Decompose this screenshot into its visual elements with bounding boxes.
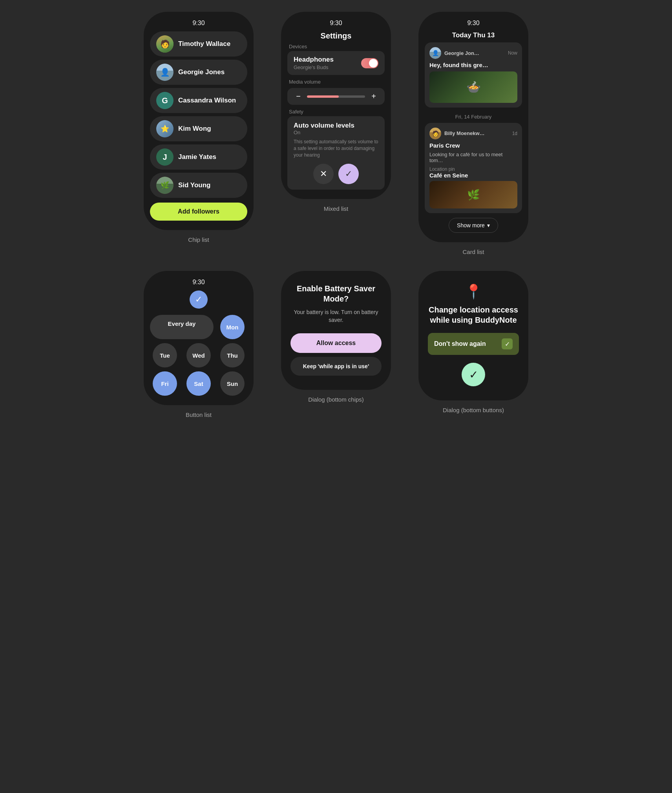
chip-item-sid[interactable]: 🌿 Sid Young [150,173,247,198]
card-time-georgie: Now [508,50,517,56]
card-sender-billy: Billy Moenekw… [444,130,509,136]
chip-list-label: Chip list [188,236,209,243]
chip-name-georgie: Georgie Jones [178,68,225,76]
dont-show-checkbox[interactable]: ✓ [502,338,513,349]
card-text-georgie: Hey, found this gre… [429,61,517,69]
volume-slider[interactable] [307,95,365,98]
chip-item-timothy[interactable]: 🧑 Timothy Wallace [150,31,247,57]
confirm-button[interactable]: ✓ [462,363,485,386]
dialog-chips-cell: Enable Battery Saver Mode? Your battery … [273,271,399,418]
day-button-tue[interactable]: Tue [153,343,177,367]
dialog-buttons-cell: 📍 Change location access while using Bud… [411,271,536,418]
card-avatar-georgie: 👤 [429,47,441,59]
card-time-billy: 1d [512,131,517,136]
devices-label: Devices [287,44,307,49]
show-more-button[interactable]: Show more ▾ [449,218,498,233]
chip-list-time: 9:30 [192,20,205,27]
card-image-cafe: 🌿 [429,181,517,208]
card-list-cell: 9:30 Today Thu 13 👤 Georgie Jon… Now Hey… [411,12,536,255]
day-button-wed[interactable]: Wed [186,343,211,367]
card-text-billy: Looking for a café for us to meet tom… [429,152,517,163]
day-button-sat[interactable]: Sat [186,371,211,396]
avatar-georgie: 👤 [156,64,173,81]
volume-row: − + [287,88,385,105]
day-button-mon[interactable]: Mon [220,315,245,339]
dont-show-label: Don't show again [434,340,486,347]
card-item-billy[interactable]: 🧑 Billy Moenekw… 1d Paris Crew Looking f… [425,123,522,214]
volume-section: Media volume − + [287,79,385,105]
avatar-jamie: J [156,148,173,166]
mixed-list-time: 9:30 [330,20,342,27]
chip-item-cassandra[interactable]: G Cassandra Wilson [150,88,247,113]
chip-name-kim: Kim Wong [178,125,211,133]
chip-name-cassandra: Cassandra Wilson [178,97,236,104]
avatar-timothy: 🧑 [156,35,173,53]
confirm-check-icon: ✓ [469,368,478,381]
safety-label: Safety [287,109,303,115]
day-button-sun[interactable]: Sun [220,371,245,396]
location-pin-icon: 📍 [465,283,482,300]
allow-access-button[interactable]: Allow access [290,333,382,353]
day-button-fri[interactable]: Fri [153,371,177,396]
safety-block: Auto volume levels On This setting autom… [287,116,385,190]
location-pin-label: Location pin [429,166,517,172]
button-list-cell: 9:30 ✓ Every day Mon Tue Wed Thu Fri Sat… [136,271,261,418]
location-name: Café en Seine [429,172,517,179]
chip-item-jamie[interactable]: J Jamie Yates [150,144,247,170]
chip-item-kim[interactable]: ⭐ Kim Wong [150,116,247,141]
dialog-buttons-watch: 📍 Change location access while using Bud… [418,271,528,400]
safety-cancel-button[interactable]: ✕ [313,164,334,184]
date-divider: Fri, 14 February [455,114,491,120]
day-button-thu[interactable]: Thu [220,343,245,367]
dialog-buttons-label: Dialog (bottom buttons) [443,407,504,413]
dialog-chips-title: Enable Battery Saver Mode? [290,283,382,304]
volume-label: Media volume [287,79,385,85]
card-image-food: 🍲 [429,71,517,103]
dont-show-row[interactable]: Don't show again ✓ [428,333,519,355]
chip-item-georgie[interactable]: 👤 Georgie Jones [150,60,247,85]
chip-name-timothy: Timothy Wallace [178,40,230,48]
safety-actions: ✕ ✓ [294,164,378,184]
card-title-billy: Paris Crew [429,142,517,150]
avatar-sid: 🌿 [156,177,173,194]
safety-name: Auto volume levels [294,122,354,130]
button-list-watch: 9:30 ✓ Every day Mon Tue Wed Thu Fri Sat… [144,271,254,405]
dialog-chips-desc: Your battery is low. Turn on battery sav… [290,309,382,324]
button-list-time: 9:30 [192,279,205,286]
volume-minus-button[interactable]: − [294,92,303,101]
card-list-label: Card list [462,248,484,255]
settings-title: Settings [321,31,352,40]
avatar-cassandra: G [156,92,173,109]
mixed-list-watch: 9:30 Settings Devices Headphones Georgie… [281,12,391,199]
chip-list-cell: 9:30 🧑 Timothy Wallace 👤 Georgie Jones G [136,12,261,255]
chip-list-watch: 9:30 🧑 Timothy Wallace 👤 Georgie Jones G [144,12,254,230]
volume-plus-button[interactable]: + [369,92,378,101]
day-grid: Every day Mon Tue Wed Thu Fri Sat Sun [150,315,247,396]
show-more-label: Show more [457,222,485,228]
headphones-row[interactable]: Headphones Georgie's Buds [287,51,385,75]
avatar-kim: ⭐ [156,120,173,137]
chip-list-container: 🧑 Timothy Wallace 👤 Georgie Jones G Cass… [150,31,247,221]
dialog-buttons-title: Change location access while using Buddy… [428,305,519,325]
chevron-down-icon: ▾ [487,222,490,228]
card-list-date-today: Today Thu 13 [452,31,495,39]
every-day-button[interactable]: Every day [150,315,214,339]
safety-desc: This setting automatically sets volume t… [294,139,378,158]
mixed-list-cell: 9:30 Settings Devices Headphones Georgie… [273,12,399,255]
chip-name-sid: Sid Young [178,181,210,189]
card-item-header-georgie: 👤 Georgie Jon… Now [429,47,517,59]
card-item-header-billy: 🧑 Billy Moenekw… 1d [429,128,517,139]
keep-app-in-use-button[interactable]: Keep 'while app is in use' [290,357,382,376]
toggle-knob [369,59,378,68]
card-avatar-billy: 🧑 [429,128,441,139]
safety-state: On [294,130,354,135]
headphones-toggle[interactable] [361,58,378,68]
main-grid: 9:30 🧑 Timothy Wallace 👤 Georgie Jones G [136,12,536,418]
volume-fill [307,95,339,98]
dialog-chips-watch: Enable Battery Saver Mode? Your battery … [281,271,391,390]
add-followers-button[interactable]: Add followers [150,203,247,221]
card-item-georgie[interactable]: 👤 Georgie Jon… Now Hey, found this gre… … [425,42,522,108]
check-button[interactable]: ✓ [190,291,208,309]
mixed-list-label: Mixed list [324,205,349,212]
safety-confirm-button[interactable]: ✓ [338,164,359,184]
